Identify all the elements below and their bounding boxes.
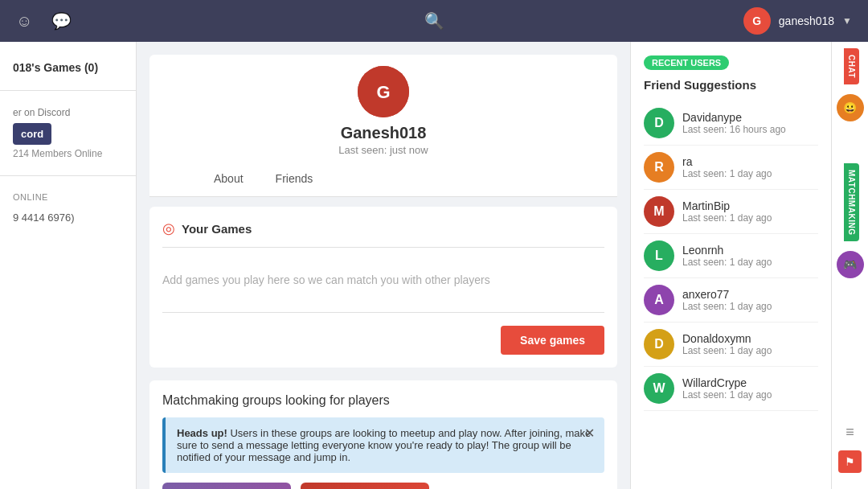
save-games-button[interactable]: Save games	[501, 326, 604, 355]
user-avatar[interactable]: G	[743, 7, 771, 35]
friend-avatar: R	[644, 152, 674, 183]
game-thumb-mario[interactable]: 🎮	[162, 483, 291, 489]
center-content: G Ganesh018 Last seen: just now About Fr…	[137, 42, 630, 489]
panel-avatar-1: 😀	[837, 94, 864, 121]
profile-avatar: G	[358, 66, 409, 117]
profile-name: Ganesh018	[341, 124, 427, 142]
username-label[interactable]: ganesh018	[779, 14, 834, 27]
friend-avatar: A	[644, 285, 674, 315]
chat-panel-tab[interactable]: CHAT	[844, 48, 859, 84]
smiley-icon[interactable]: ☺	[16, 12, 32, 31]
matchmaking-panel-tab[interactable]: MATCHMAKING	[844, 163, 859, 241]
friend-info: WillardCrype Last seen: 1 day ago	[682, 376, 772, 401]
main-layout: 018's Games (0) er on Discord cord 214 M…	[0, 42, 868, 489]
profile-last-seen: Last seen: just now	[338, 144, 428, 156]
friend-info: ra Last seen: 1 day ago	[682, 155, 772, 179]
friend-name: Donaldoxymn	[682, 332, 772, 345]
friend-info: Donaldoxymn Last seen: 1 day ago	[682, 332, 772, 356]
tab-friends[interactable]: Friends	[260, 162, 330, 196]
friend-avatar: M	[644, 196, 674, 227]
friend-last-seen: Last seen: 16 hours ago	[682, 124, 786, 135]
friend-name: WillardCrype	[682, 376, 772, 389]
friend-name: Leonrnh	[682, 244, 772, 257]
tab-activity[interactable]	[166, 162, 198, 196]
games-count-label: 018's Games (0)	[0, 55, 136, 80]
game-thumbnails: 🎮 🕹️	[162, 483, 604, 489]
tab-about[interactable]: About	[198, 162, 260, 196]
friend-name: anxero77	[682, 288, 772, 301]
games-icon: ◎	[162, 220, 175, 237]
friend-item[interactable]: M MartinBip Last seen: 1 day ago	[644, 190, 818, 234]
profile-tabs: About Friends	[149, 162, 617, 197]
friend-suggestions-title: Friend Suggestions	[644, 78, 818, 92]
nav-center: 🔍	[424, 11, 444, 31]
friend-last-seen: Last seen: 1 day ago	[682, 301, 772, 312]
left-sidebar: 018's Games (0) er on Discord cord 214 M…	[0, 42, 137, 489]
discord-members: 214 Members Online	[13, 148, 123, 159]
friend-info: Davidanype Last seen: 16 hours ago	[682, 111, 786, 135]
friend-info: anxero77 Last seen: 1 day ago	[682, 288, 772, 312]
games-card-header: ◎ Your Games	[162, 220, 604, 248]
friend-name: Davidanype	[682, 111, 786, 124]
chevron-down-icon[interactable]: ▼	[842, 15, 852, 27]
friend-avatar: W	[644, 373, 674, 404]
panel-flag-icon[interactable]: ⚑	[838, 450, 862, 473]
recent-users-badge: RECENT USERS	[644, 55, 729, 70]
far-right-panel: CHAT 😀 MATCHMAKING 🎮 ≡ ⚑	[831, 42, 868, 489]
friend-item[interactable]: D Davidanype Last seen: 16 hours ago	[644, 101, 818, 146]
discord-label: er on Discord	[13, 107, 123, 118]
games-card-title: Your Games	[182, 222, 252, 236]
game-thumb-2[interactable]: 🕹️	[301, 483, 429, 489]
friend-avatar: D	[644, 108, 674, 138]
friend-item[interactable]: R ra Last seen: 1 day ago	[644, 146, 818, 190]
nav-left: ☺ 💬	[16, 11, 72, 31]
friend-last-seen: Last seen: 1 day ago	[682, 345, 772, 356]
friend-avatar: D	[644, 329, 674, 360]
alert-close-button[interactable]: ✕	[584, 425, 595, 441]
friend-name: ra	[682, 155, 772, 168]
panel-avatar-2: 🎮	[837, 251, 864, 278]
alert-headsup-label: Heads up!	[177, 427, 227, 439]
nav-right: G ganesh018 ▼	[743, 7, 852, 35]
search-icon[interactable]: 🔍	[424, 12, 444, 30]
friend-last-seen: Last seen: 1 day ago	[682, 389, 772, 401]
panel-menu-icon[interactable]: ≡	[845, 424, 854, 441]
friend-item[interactable]: L Leonrnh Last seen: 1 day ago	[644, 234, 818, 278]
friend-last-seen: Last seen: 1 day ago	[682, 212, 772, 224]
games-placeholder-text: Add games you play here so we can match …	[162, 257, 604, 302]
profile-area: G Ganesh018 Last seen: just now About Fr…	[149, 55, 617, 197]
matchmaking-alert: Heads up! Users in these groups are look…	[162, 417, 604, 473]
sidebar-phone-item: 9 4414 6976)	[0, 208, 136, 227]
friend-info: Leonrnh Last seen: 1 day ago	[682, 244, 772, 268]
svg-text:G: G	[376, 82, 390, 102]
discord-section: er on Discord cord 214 Members Online	[0, 101, 136, 166]
matchmaking-title: Matchmaking groups looking for players	[162, 393, 604, 408]
friend-item[interactable]: A anxero77 Last seen: 1 day ago	[644, 278, 818, 323]
discord-badge[interactable]: cord	[13, 123, 51, 145]
matchmaking-card: Matchmaking groups looking for players H…	[149, 380, 617, 489]
friend-last-seen: Last seen: 1 day ago	[682, 257, 772, 268]
alert-body-text: Users in these groups are looking to mee…	[177, 427, 591, 463]
friend-name: MartinBip	[682, 199, 772, 212]
right-sidebar: RECENT USERS Friend Suggestions D Davida…	[630, 42, 831, 489]
online-label: ONLINE	[0, 186, 136, 208]
friend-item[interactable]: W WillardCrype Last seen: 1 day ago	[644, 367, 818, 411]
friend-item[interactable]: D Donaldoxymn Last seen: 1 day ago	[644, 323, 818, 367]
friend-info: MartinBip Last seen: 1 day ago	[682, 199, 772, 224]
games-card: ◎ Your Games Add games you play here so …	[149, 207, 617, 368]
friend-avatar: L	[644, 240, 674, 271]
chat-bubbles-icon[interactable]: 💬	[51, 11, 72, 31]
sidebar-divider-1	[0, 90, 136, 91]
friend-list: D Davidanype Last seen: 16 hours ago R r…	[644, 101, 818, 411]
sidebar-divider-2	[0, 175, 136, 176]
friend-last-seen: Last seen: 1 day ago	[682, 168, 772, 179]
top-navigation: ☺ 💬 🔍 G ganesh018 ▼	[0, 0, 868, 42]
